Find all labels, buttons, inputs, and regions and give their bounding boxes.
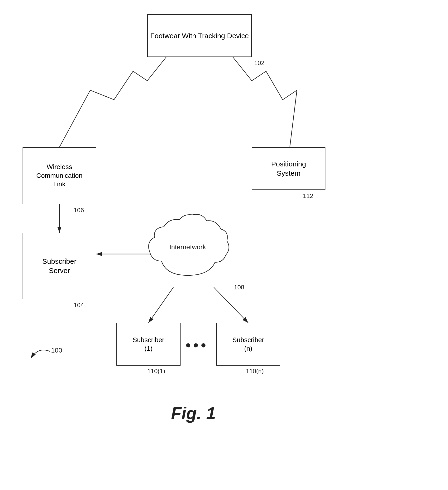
cloud-svg: Internetwork — [143, 211, 233, 285]
subscriber1-label: Subscriber(1) — [133, 336, 164, 353]
svg-text:Internetwork: Internetwork — [169, 243, 206, 251]
svg-line-5 — [214, 287, 248, 323]
figure-title: Fig. 1 — [171, 403, 216, 423]
positioning-box: PositioningSystem — [252, 147, 325, 190]
svg-line-4 — [148, 287, 173, 323]
subscriber-server-box: SubscriberServer — [23, 233, 96, 299]
subscriberN-label: Subscriber(n) — [232, 336, 264, 353]
subscriberN-ref: 110(n) — [246, 368, 264, 375]
ref100-svg: 100 — [14, 342, 62, 370]
subscriber-server-ref: 104 — [74, 301, 84, 309]
wireless-ref: 106 — [74, 207, 84, 214]
footwear-ref: 102 — [254, 59, 264, 67]
subscriber1-ref: 110(1) — [147, 368, 165, 375]
subscriber-dots: ●●● — [185, 340, 208, 350]
svg-text:100: 100 — [51, 347, 62, 354]
internetwork-ref: 108 — [234, 284, 244, 291]
positioning-label: PositioningSystem — [271, 159, 306, 178]
positioning-ref: 112 — [303, 192, 313, 200]
subscriberN-box: Subscriber(n) — [216, 323, 280, 366]
subscriber-server-label: SubscriberServer — [42, 257, 76, 275]
subscriber1-box: Subscriber(1) — [116, 323, 180, 366]
diagram: Footwear With Tracking Device 102 Wirele… — [0, 0, 448, 490]
footwear-label: Footwear With Tracking Device — [150, 31, 249, 40]
internetwork-cloud: Internetwork — [143, 211, 233, 285]
footwear-box: Footwear With Tracking Device — [147, 14, 252, 57]
wireless-label: WirelessCommunicationLink — [36, 163, 83, 189]
wireless-box: WirelessCommunicationLink — [23, 147, 96, 204]
